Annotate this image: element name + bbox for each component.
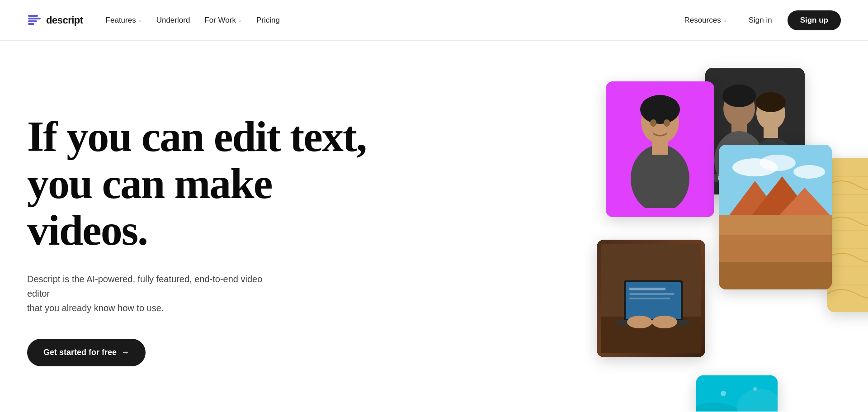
svg-point-52	[721, 391, 726, 396]
image-card-warm-texture	[827, 158, 868, 312]
chevron-down-icon-3: ⌄	[723, 17, 727, 23]
signup-button[interactable]: Sign up	[788, 10, 841, 30]
navbar: descript Features ⌄ Underlord For Work ⌄…	[0, 0, 868, 41]
svg-rect-1	[28, 18, 41, 19]
logo-text: descript	[46, 14, 83, 26]
svg-point-11	[722, 85, 756, 107]
svg-point-15	[756, 92, 786, 112]
nav-link-underlord-label: Underlord	[156, 16, 190, 25]
hero-section: If you can edit text, you can make video…	[0, 41, 868, 412]
nav-link-features[interactable]: Features ⌄	[99, 12, 148, 28]
image-card-pink-person	[606, 81, 714, 217]
svg-point-36	[652, 316, 677, 328]
nav-link-resources-label: Resources	[684, 16, 721, 25]
chevron-down-icon: ⌄	[138, 17, 142, 23]
nav-link-features-label: Features	[106, 16, 136, 25]
image-teal	[696, 375, 778, 412]
svg-rect-16	[764, 128, 778, 138]
image-pink-bg	[606, 81, 714, 217]
svg-rect-38	[629, 293, 675, 295]
svg-rect-29	[719, 262, 832, 289]
image-landscape	[719, 145, 832, 289]
cta-label: Get started for free	[43, 348, 117, 357]
nav-link-resources[interactable]: Resources ⌄	[678, 12, 733, 28]
svg-rect-37	[629, 288, 665, 290]
image-laptop-bg	[597, 240, 705, 357]
svg-point-7	[640, 95, 680, 124]
hero-title-line1: If you can edit text,	[27, 112, 366, 161]
hero-title-line2: you can make videos.	[27, 159, 272, 255]
nav-link-for-work[interactable]: For Work ⌄	[198, 12, 248, 28]
svg-rect-6	[652, 141, 668, 155]
svg-point-8	[650, 119, 656, 127]
nav-link-pricing-label: Pricing	[256, 16, 280, 25]
svg-point-53	[753, 387, 757, 391]
nav-links: Features ⌄ Underlord For Work ⌄ Pricing	[99, 12, 286, 28]
nav-link-for-work-label: For Work	[204, 16, 236, 25]
image-card-laptop	[597, 240, 705, 357]
nav-link-pricing[interactable]: Pricing	[250, 12, 286, 28]
hero-content: If you can edit text, you can make video…	[27, 86, 371, 366]
svg-rect-0	[28, 15, 38, 17]
svg-point-35	[627, 316, 652, 328]
logo-link[interactable]: descript	[27, 13, 83, 28]
svg-rect-39	[629, 298, 670, 299]
svg-rect-2	[28, 20, 37, 22]
logo-icon	[27, 13, 42, 28]
nav-right: Resources ⌄ Sign in Sign up	[678, 10, 841, 30]
svg-point-23	[793, 165, 825, 179]
hero-title: If you can edit text, you can make video…	[27, 113, 371, 254]
nav-link-underlord[interactable]: Underlord	[150, 12, 197, 28]
arrow-icon: →	[121, 348, 129, 357]
signup-label: Sign up	[800, 16, 828, 24]
svg-rect-3	[28, 23, 34, 25]
nav-link-signin[interactable]: Sign in	[741, 12, 780, 28]
image-card-teal	[696, 375, 778, 412]
svg-point-9	[664, 119, 670, 127]
nav-link-signin-label: Sign in	[749, 16, 772, 24]
image-card-landscape	[719, 145, 832, 289]
nav-left: descript Features ⌄ Underlord For Work ⌄…	[27, 12, 286, 28]
hero-images: Pretty cool.	[561, 68, 868, 412]
cta-button[interactable]: Get started for free →	[27, 339, 146, 366]
svg-point-22	[760, 155, 796, 171]
image-warm	[827, 158, 868, 312]
chevron-down-icon-2: ⌄	[238, 17, 242, 23]
hero-subtitle: Descript is the AI-powered, fully featur…	[27, 272, 280, 315]
